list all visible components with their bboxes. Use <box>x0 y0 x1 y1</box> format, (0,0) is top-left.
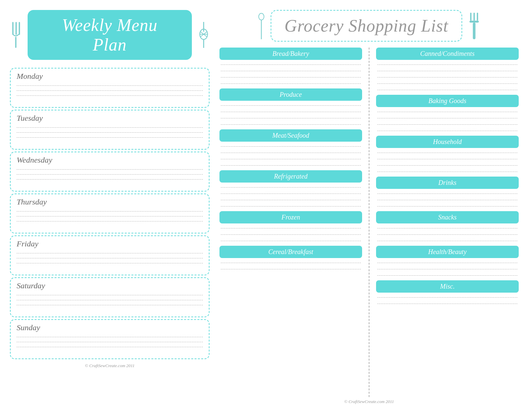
category-block-canned-condiments: Canned/Condiments <box>376 48 519 92</box>
category-line <box>377 124 517 125</box>
day-box-monday[interactable]: Monday <box>10 68 209 108</box>
day-line <box>17 85 203 86</box>
category-block-refrigerated: Refrigerated <box>219 170 362 208</box>
category-line <box>377 112 517 112</box>
category-line <box>377 206 517 206</box>
category-line <box>221 77 361 77</box>
spatula-icon <box>468 13 480 39</box>
category-line <box>377 304 517 304</box>
svg-point-10 <box>259 13 264 20</box>
category-line <box>221 65 361 65</box>
day-line <box>17 95 203 96</box>
day-line <box>17 337 203 337</box>
svg-rect-15 <box>469 21 479 23</box>
day-label-saturday: Saturday <box>17 281 203 290</box>
category-label: Frozen <box>219 211 362 223</box>
day-box-wednesday[interactable]: Wednesday <box>10 152 209 192</box>
day-line <box>17 342 203 342</box>
page-container: Weekly Menu Plan MondayTuesdayWednesdayT… <box>0 0 532 411</box>
category-line <box>377 297 517 298</box>
day-line <box>17 295 203 295</box>
category-label: Household <box>376 136 519 148</box>
category-label: Canned/Condiments <box>376 48 519 60</box>
day-line <box>17 127 203 128</box>
fork-icon-left <box>10 22 22 48</box>
svg-rect-1 <box>16 22 17 35</box>
grocery-grid: Bread/BakeryProduceMeat/SeafoodRefrigera… <box>216 48 522 397</box>
day-label-monday: Monday <box>17 72 203 81</box>
day-line <box>17 253 203 253</box>
category-block-household: Household <box>376 136 519 174</box>
category-line <box>221 263 361 263</box>
day-box-sunday[interactable]: Sunday <box>10 319 209 359</box>
category-line <box>377 159 517 159</box>
day-box-saturday[interactable]: Saturday <box>10 277 209 317</box>
category-label: Produce <box>219 88 362 101</box>
category-line <box>377 65 517 65</box>
category-label: Cereal/Breakfast <box>219 246 362 258</box>
category-line <box>377 118 517 118</box>
category-line <box>221 83 361 84</box>
svg-rect-14 <box>477 13 478 21</box>
grocery-right-column: Canned/CondimentsBaking GoodsHouseholdDr… <box>369 48 522 397</box>
category-block-baking-goods: Baking Goods <box>376 95 519 133</box>
day-label-sunday: Sunday <box>17 323 203 332</box>
category-line <box>221 159 361 159</box>
svg-rect-0 <box>12 22 14 35</box>
day-label-tuesday: Tuesday <box>17 114 203 123</box>
category-line <box>377 90 517 90</box>
left-footer: © CraftSewCreate.com 2011 <box>10 361 209 368</box>
day-line <box>17 305 203 305</box>
grocery-left-column: Bread/BakeryProduceMeat/SeafoodRefrigera… <box>216 48 369 397</box>
day-line <box>17 179 203 180</box>
weekly-menu-panel: Weekly Menu Plan MondayTuesdayWednesdayT… <box>10 7 209 404</box>
grocery-list-panel: Grocery Shopping List Bread/BakeryProduc… <box>216 7 522 404</box>
day-line <box>17 90 203 91</box>
category-block-cereal-breakfast: Cereal/Breakfast <box>219 246 362 271</box>
category-line <box>377 269 517 269</box>
svg-rect-16 <box>473 23 475 39</box>
category-line <box>377 77 517 77</box>
right-footer: © CraftSewCreate.com 2011 <box>216 397 522 404</box>
category-label: Refrigerated <box>219 170 362 183</box>
day-box-tuesday[interactable]: Tuesday <box>10 110 209 150</box>
category-line <box>221 241 361 241</box>
category-line <box>377 165 517 166</box>
category-block-bread-bakery: Bread/Bakery <box>219 48 362 86</box>
day-box-thursday[interactable]: Thursday <box>10 194 209 233</box>
day-line <box>17 137 203 138</box>
category-label: Snacks <box>376 211 519 223</box>
spoon-icon <box>258 13 265 39</box>
grocery-title: Grocery Shopping List <box>285 16 449 35</box>
category-line <box>377 241 517 241</box>
day-label-friday: Friday <box>17 239 203 248</box>
category-block-meat-seafood: Meat/Seafood <box>219 129 362 168</box>
grocery-header: Grocery Shopping List <box>216 7 522 48</box>
svg-rect-3 <box>15 37 17 48</box>
day-label-wednesday: Wednesday <box>17 156 203 165</box>
day-line <box>17 174 203 175</box>
category-line <box>221 146 361 147</box>
category-label: Misc. <box>376 280 519 293</box>
category-line <box>221 194 361 194</box>
category-line <box>221 124 361 125</box>
category-line <box>221 153 361 153</box>
category-block-produce: Produce <box>219 88 362 127</box>
category-line <box>377 131 517 131</box>
day-line <box>17 221 203 221</box>
svg-rect-13 <box>473 13 475 21</box>
category-line <box>377 194 517 194</box>
menu-title: Weekly Menu Plan <box>62 16 158 54</box>
day-line <box>17 263 203 263</box>
category-label: Drinks <box>376 177 519 189</box>
category-block-health-beauty: Health/Beauty <box>376 246 519 278</box>
day-box-friday[interactable]: Friday <box>10 235 209 275</box>
category-block-frozen: Frozen <box>219 211 362 243</box>
day-line <box>17 216 203 216</box>
category-label: Health/Beauty <box>376 246 519 258</box>
day-boxes: MondayTuesdayWednesdayThursdayFridaySatu… <box>10 66 209 361</box>
grocery-title-box: Grocery Shopping List <box>271 10 463 42</box>
category-line <box>377 263 517 263</box>
category-line <box>377 200 517 200</box>
svg-rect-12 <box>470 13 471 21</box>
